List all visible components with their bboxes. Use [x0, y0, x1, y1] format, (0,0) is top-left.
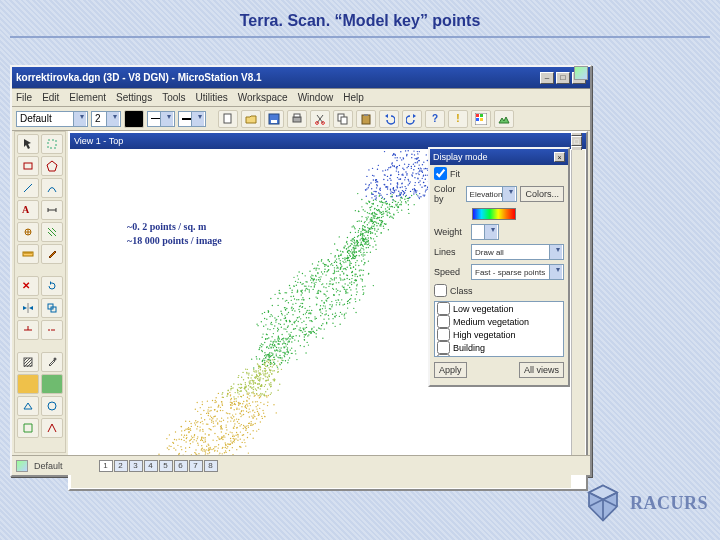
redo-icon[interactable] — [402, 110, 422, 128]
speed-dd[interactable]: Fast - sparse points — [471, 264, 564, 280]
view-max-button[interactable]: □ — [571, 136, 582, 146]
weight-dd[interactable] — [471, 224, 499, 240]
menu-settings[interactable]: Settings — [116, 92, 152, 103]
svg-point-1162 — [384, 174, 385, 175]
apply-button[interactable]: Apply — [434, 362, 467, 378]
undo-icon[interactable] — [379, 110, 399, 128]
svg-point-122 — [375, 195, 376, 196]
extend-icon[interactable] — [41, 320, 63, 340]
text-icon[interactable]: A — [17, 200, 39, 220]
level-dropdown[interactable]: 2 — [91, 111, 121, 127]
dim-icon[interactable] — [41, 200, 63, 220]
layer-dropdown[interactable]: Default — [16, 111, 88, 127]
svg-point-574 — [261, 321, 262, 322]
svg-point-1320 — [229, 431, 230, 432]
line-icon[interactable] — [17, 178, 39, 198]
svg-point-45 — [265, 384, 266, 385]
new-icon[interactable] — [218, 110, 238, 128]
svg-point-608 — [305, 313, 306, 314]
style-dropdown[interactable] — [147, 111, 175, 127]
palette-icon[interactable] — [471, 110, 491, 128]
svg-point-765 — [238, 375, 239, 376]
m4-icon[interactable] — [41, 418, 63, 438]
hatch2-icon[interactable] — [17, 352, 39, 372]
class-list[interactable]: Low vegetation Medium vegetation High ve… — [434, 301, 564, 357]
menu-help[interactable]: Help — [343, 92, 364, 103]
measure-icon[interactable] — [17, 244, 39, 264]
cell-icon[interactable] — [17, 222, 39, 242]
copy-icon[interactable] — [333, 110, 353, 128]
panel-close-button[interactable]: × — [554, 152, 565, 162]
svg-point-1845 — [385, 211, 386, 212]
menu-workspace[interactable]: Workspace — [238, 92, 288, 103]
rotate-icon[interactable] — [41, 276, 63, 296]
m1-icon[interactable] — [17, 396, 39, 416]
dropper-icon[interactable] — [41, 352, 63, 372]
svg-point-1332 — [245, 445, 246, 446]
svg-point-1994 — [264, 395, 265, 396]
menu-edit[interactable]: Edit — [42, 92, 59, 103]
svg-point-2046 — [267, 372, 268, 373]
modify-icon[interactable] — [41, 244, 63, 264]
menu-tools[interactable]: Tools — [162, 92, 185, 103]
svg-point-193 — [281, 359, 282, 360]
vertical-scrollbar[interactable] — [571, 150, 585, 472]
pattern-icon[interactable] — [41, 222, 63, 242]
menu-window[interactable]: Window — [298, 92, 334, 103]
open-icon[interactable] — [241, 110, 261, 128]
menu-file[interactable]: File — [16, 92, 32, 103]
save-icon[interactable] — [264, 110, 284, 128]
colorby-check[interactable] — [434, 167, 447, 180]
info-icon[interactable]: ! — [448, 110, 468, 128]
delete-icon[interactable]: ✕ — [17, 276, 39, 296]
color-chip[interactable] — [124, 110, 144, 128]
svg-point-2205 — [249, 386, 250, 387]
svg-point-1252 — [279, 351, 280, 352]
svg-point-1924 — [228, 444, 229, 445]
svg-point-257 — [258, 377, 259, 378]
color1-icon[interactable] — [17, 374, 39, 394]
maximize-button[interactable]: □ — [556, 72, 570, 84]
paste-icon[interactable] — [356, 110, 376, 128]
mirror-icon[interactable] — [17, 298, 39, 318]
menu-utilities[interactable]: Utilities — [196, 92, 228, 103]
svg-point-255 — [382, 170, 383, 171]
terrview-icon[interactable] — [494, 110, 514, 128]
arc-icon[interactable] — [41, 178, 63, 198]
svg-point-645 — [374, 228, 375, 229]
polygon-icon[interactable] — [41, 156, 63, 176]
cut-icon[interactable] — [310, 110, 330, 128]
menu-element[interactable]: Element — [69, 92, 106, 103]
svg-point-1698 — [340, 260, 341, 261]
minimize-button[interactable]: – — [540, 72, 554, 84]
fence-icon[interactable] — [41, 134, 63, 154]
lines-dd[interactable]: Draw all — [471, 244, 564, 260]
svg-point-985 — [414, 154, 415, 155]
svg-rect-13 — [480, 114, 483, 117]
colorby-dropdown[interactable]: Elevation — [466, 186, 518, 202]
svg-point-1207 — [287, 347, 288, 348]
weight-dropdown[interactable] — [178, 111, 206, 127]
rect-icon[interactable] — [17, 156, 39, 176]
colors-button[interactable]: Colors... — [520, 186, 564, 202]
svg-point-286 — [418, 164, 419, 165]
class-check[interactable] — [434, 284, 447, 297]
view-group-selector[interactable]: 1 2 3 4 5 6 7 8 — [99, 460, 218, 472]
copy2-icon[interactable] — [41, 298, 63, 318]
color2-icon[interactable] — [41, 374, 63, 394]
trim-icon[interactable] — [17, 320, 39, 340]
horizontal-scrollbar[interactable] — [71, 474, 571, 488]
svg-point-601 — [166, 438, 167, 439]
svg-point-913 — [328, 297, 329, 298]
svg-point-587 — [328, 269, 329, 270]
svg-point-1231 — [409, 183, 410, 184]
all-views-button[interactable]: All views — [519, 362, 564, 378]
svg-point-2163 — [305, 324, 306, 325]
print-icon[interactable] — [287, 110, 307, 128]
pointer-icon[interactable] — [17, 134, 39, 154]
help-icon[interactable]: ? — [425, 110, 445, 128]
svg-point-1661 — [243, 439, 244, 440]
svg-point-1245 — [369, 184, 370, 185]
m2-icon[interactable] — [41, 396, 63, 416]
m3-icon[interactable] — [17, 418, 39, 438]
